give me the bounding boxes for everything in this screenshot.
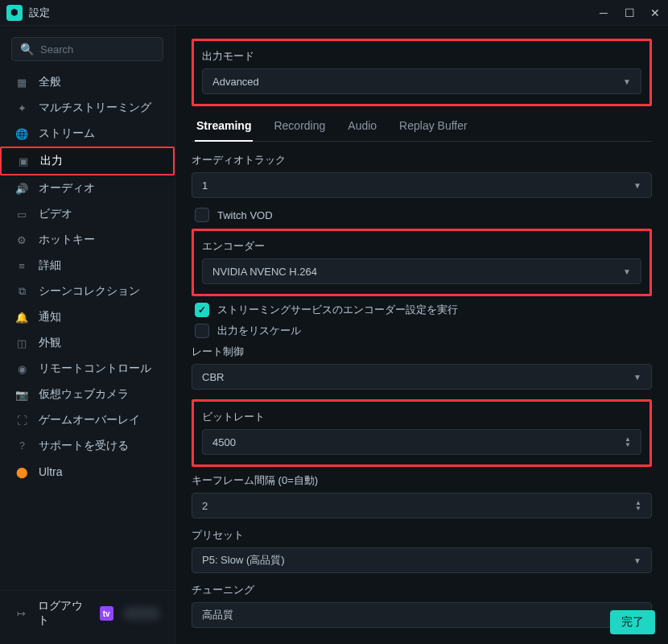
scene-icon: ⧉ xyxy=(14,284,29,299)
encoder-label: エンコーダー xyxy=(202,239,641,254)
done-button[interactable]: 完了 xyxy=(610,610,655,634)
search-input[interactable] xyxy=(40,43,155,56)
tuning-select[interactable]: 高品質 ▼ xyxy=(192,602,652,628)
bitrate-label: ビットレート xyxy=(202,410,641,424)
keyframe-input[interactable]: 2 ▲▼ xyxy=(192,493,652,518)
tab-audio[interactable]: Audio xyxy=(346,113,378,142)
rescale-row[interactable]: 出力をリスケール xyxy=(192,324,652,338)
ultra-icon: ⬤ xyxy=(14,464,29,479)
maximize-button[interactable]: ☐ xyxy=(623,6,636,19)
camera-icon: 📷 xyxy=(14,387,29,402)
twitch-vod-label: Twitch VOD xyxy=(217,209,273,221)
grid-icon: ▦ xyxy=(14,75,29,89)
video-icon: ▭ xyxy=(14,207,29,221)
bitrate-value: 4500 xyxy=(212,436,236,448)
chevron-down-icon: ▼ xyxy=(623,77,631,86)
preset-select[interactable]: P5: Slow (高品質) ▼ xyxy=(192,547,652,573)
titlebar: ⬢ 設定 ─ ☐ ✕ xyxy=(0,0,668,26)
enforce-encoder-checkbox[interactable]: ✓ xyxy=(195,303,209,317)
remote-icon: ◉ xyxy=(14,361,29,376)
rate-control-select[interactable]: CBR ▼ xyxy=(192,364,652,390)
sidebar-item-advanced[interactable]: ≡ 詳細 xyxy=(0,253,175,279)
twitch-icon: tv xyxy=(100,606,113,621)
sidebar-item-appearance[interactable]: ◫ 外観 xyxy=(0,330,175,356)
sidebar-item-label: オーディオ xyxy=(39,181,95,196)
encoder-select[interactable]: NVIDIA NVENC H.264 ▼ xyxy=(202,258,641,284)
minimize-button[interactable]: ─ xyxy=(597,6,610,19)
sidebar-item-label: 仮想ウェブカメラ xyxy=(39,387,129,402)
stepper-icon[interactable]: ▲▼ xyxy=(635,500,641,511)
chevron-down-icon: ▼ xyxy=(633,373,641,382)
output-mode-value: Advanced xyxy=(212,76,259,88)
twitch-vod-checkbox[interactable] xyxy=(195,208,209,222)
twitch-vod-row[interactable]: Twitch VOD xyxy=(192,208,652,222)
sidebar-item-label: 通知 xyxy=(39,310,61,324)
search-box[interactable]: 🔍 xyxy=(11,37,163,61)
sidebar-item-general[interactable]: ▦ 全般 xyxy=(0,69,175,95)
logout-label[interactable]: ログアウト xyxy=(38,599,90,628)
sidebar-item-label: 全般 xyxy=(39,75,61,89)
close-button[interactable]: ✕ xyxy=(649,6,662,19)
audio-track-select[interactable]: 1 ▼ xyxy=(192,172,652,198)
preset-value: P5: Slow (高品質) xyxy=(202,553,285,568)
rescale-checkbox[interactable] xyxy=(195,324,209,338)
main-panel: 出力モード Advanced ▼ Streaming Recording Aud… xyxy=(175,26,668,644)
sidebar-item-output[interactable]: ▣ 出力 xyxy=(0,147,175,175)
stepper-icon[interactable]: ▲▼ xyxy=(625,436,631,448)
sidebar-item-label: 外観 xyxy=(39,336,61,350)
audio-icon: 🔊 xyxy=(14,181,29,196)
star-icon: ✦ xyxy=(14,101,29,115)
rate-control-label: レート制御 xyxy=(192,345,652,359)
bitrate-section: ビットレート 4500 ▲▼ xyxy=(192,399,652,467)
sidebar-item-label: ホットキー xyxy=(39,233,95,247)
sidebar-item-ultra[interactable]: ⬤ Ultra xyxy=(0,459,175,485)
audio-track-value: 1 xyxy=(202,180,208,192)
sidebar-item-hotkeys[interactable]: ⚙ ホットキー xyxy=(0,227,175,253)
enforce-encoder-label: ストリーミングサービスのエンコーダー設定を実行 xyxy=(217,303,458,317)
sidebar-item-label: 出力 xyxy=(40,154,63,168)
sidebar-item-scenes[interactable]: ⧉ シーンコレクション xyxy=(0,279,175,304)
tuning-value: 高品質 xyxy=(202,608,233,622)
tab-replay-buffer[interactable]: Replay Buffer xyxy=(398,113,469,142)
sidebar-item-label: シーンコレクション xyxy=(39,284,140,299)
sidebar-item-label: ゲームオーバーレイ xyxy=(39,413,140,427)
tuning-label: チューニング xyxy=(192,583,652,597)
sidebar-item-support[interactable]: ？ サポートを受ける xyxy=(0,433,175,459)
rescale-label: 出力をリスケール xyxy=(217,324,301,338)
sidebar-item-overlay[interactable]: ⛶ ゲームオーバーレイ xyxy=(0,407,175,433)
sidebar-item-label: 詳細 xyxy=(39,258,61,273)
keyframe-label: キーフレーム間隔 (0=自動) xyxy=(192,473,652,488)
logout-icon: ↦ xyxy=(14,606,28,621)
sidebar-item-label: ストリーム xyxy=(39,126,95,141)
chevron-down-icon: ▼ xyxy=(633,181,641,190)
preset-label: プリセット xyxy=(192,528,652,543)
chevron-down-icon: ▼ xyxy=(633,556,641,565)
sidebar-item-video[interactable]: ▭ ビデオ xyxy=(0,201,175,227)
output-mode-select[interactable]: Advanced ▼ xyxy=(202,68,641,94)
sidebar-item-remote[interactable]: ◉ リモートコントロール xyxy=(0,356,175,382)
sidebar-items: ▦ 全般 ✦ マルチストリーミング 🌐 ストリーム ▣ 出力 🔊 オーディオ ▭ xyxy=(0,69,175,590)
sidebar-item-audio[interactable]: 🔊 オーディオ xyxy=(0,175,175,201)
sidebar-item-virtualcam[interactable]: 📷 仮想ウェブカメラ xyxy=(0,382,175,407)
appearance-icon: ◫ xyxy=(14,336,29,350)
username-redacted xyxy=(123,607,160,620)
gear-icon: ⚙ xyxy=(14,233,29,247)
bitrate-input[interactable]: 4500 ▲▼ xyxy=(202,429,641,455)
globe-icon: 🌐 xyxy=(14,126,29,141)
output-mode-section: 出力モード Advanced ▼ xyxy=(192,39,652,106)
audio-track-section: オーディオトラック 1 ▼ xyxy=(192,153,652,198)
output-tabs: Streaming Recording Audio Replay Buffer xyxy=(192,113,652,142)
tab-streaming[interactable]: Streaming xyxy=(195,113,253,142)
audio-track-label: オーディオトラック xyxy=(192,153,652,167)
tuning-section: チューニング 高品質 ▼ xyxy=(192,583,652,628)
tab-recording[interactable]: Recording xyxy=(272,113,327,142)
rate-control-value: CBR xyxy=(202,371,224,383)
keyframe-value: 2 xyxy=(202,500,208,512)
sidebar-item-multistream[interactable]: ✦ マルチストリーミング xyxy=(0,95,175,121)
output-icon: ▣ xyxy=(16,154,31,168)
enforce-encoder-row[interactable]: ✓ ストリーミングサービスのエンコーダー設定を実行 xyxy=(192,303,652,317)
keyframe-section: キーフレーム間隔 (0=自動) 2 ▲▼ xyxy=(192,473,652,518)
sidebar-item-stream[interactable]: 🌐 ストリーム xyxy=(0,121,175,147)
sidebar-item-label: マルチストリーミング xyxy=(39,101,151,115)
sidebar-item-notifications[interactable]: 🔔 通知 xyxy=(0,304,175,330)
